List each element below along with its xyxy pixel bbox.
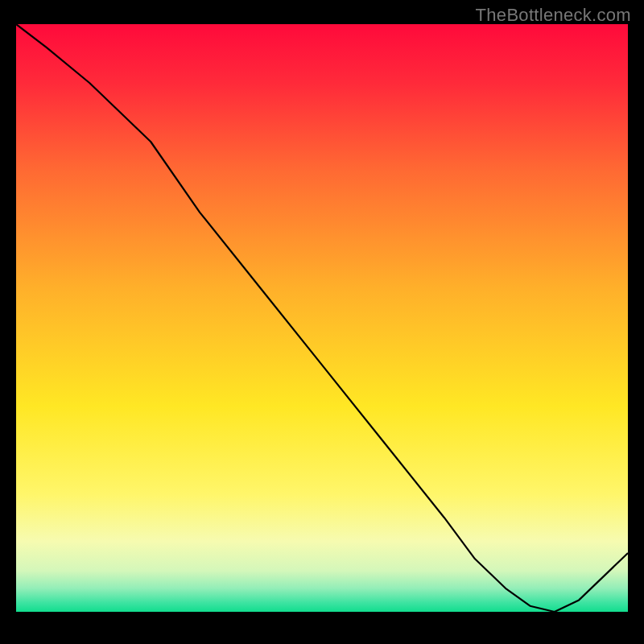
chart-svg bbox=[16, 24, 628, 628]
watermark-text: TheBottleneck.com bbox=[476, 5, 631, 26]
x-axis-bar bbox=[16, 612, 628, 628]
plot-background bbox=[16, 24, 628, 612]
chart-area bbox=[16, 24, 628, 628]
